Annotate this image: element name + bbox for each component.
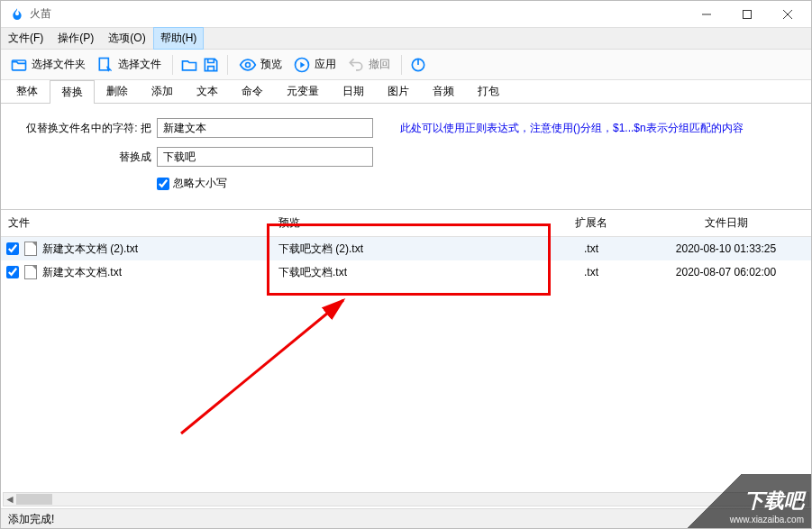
file-ext: .txt: [542, 266, 641, 278]
folder-icon: [10, 56, 28, 74]
svg-point-6: [246, 62, 251, 67]
file-preview: 下载吧文档.txt: [271, 265, 542, 280]
replace-from-label: 仅替换文件名中的字符: 把: [12, 121, 151, 136]
title-bar: 火苗: [1, 1, 811, 28]
tab-package[interactable]: 打包: [466, 79, 511, 103]
table-body: 新建文本文档 (2).txt 下载吧文档 (2).txt .txt 2020-0…: [1, 237, 811, 284]
file-icon: [24, 265, 37, 279]
menu-help[interactable]: 帮助(H): [153, 27, 205, 50]
app-icon: [10, 7, 24, 22]
tab-whole[interactable]: 整体: [5, 79, 50, 103]
file-preview: 下载吧文档 (2).txt: [271, 242, 542, 257]
tab-command[interactable]: 命令: [230, 79, 275, 103]
apply-button[interactable]: 应用: [289, 54, 340, 76]
tab-audio[interactable]: 音频: [421, 79, 466, 103]
watermark: 下载吧 www.xiazaiba.com: [658, 474, 811, 528]
tab-add[interactable]: 添加: [140, 79, 185, 103]
undo-icon: [347, 56, 365, 74]
col-preview[interactable]: 预览: [271, 210, 542, 236]
eye-icon: [239, 56, 257, 74]
play-icon: [293, 56, 311, 74]
row-checkbox[interactable]: [6, 266, 19, 278]
open-icon[interactable]: [180, 56, 198, 74]
file-date: 2020-08-07 06:02:00: [641, 266, 811, 278]
regex-hint: 此处可以使用正则表达式，注意使用()分组，$1...$n表示分组匹配的内容: [400, 121, 744, 136]
watermark-brand: 下载吧: [744, 488, 804, 515]
ignore-case-label: 忽略大小写: [173, 176, 227, 191]
preview-button[interactable]: 预览: [235, 54, 286, 76]
toolbar-separator: [401, 55, 402, 75]
file-date: 2020-08-10 01:33:25: [641, 242, 811, 255]
select-file-button[interactable]: 选择文件: [93, 54, 165, 76]
toolbar-separator: [227, 55, 228, 75]
tab-replace[interactable]: 替换: [50, 80, 95, 104]
col-date[interactable]: 文件日期: [641, 210, 811, 236]
table-row[interactable]: 新建文本文档.txt 下载吧文档.txt .txt 2020-08-07 06:…: [1, 260, 811, 284]
undo-button[interactable]: 撤回: [343, 54, 394, 76]
tab-delete[interactable]: 删除: [95, 79, 140, 103]
menu-operate[interactable]: 操作(P): [50, 27, 101, 50]
tab-image[interactable]: 图片: [376, 79, 421, 103]
tab-bar: 整体 替换 删除 添加 文本 命令 元变量 日期 图片 音频 打包: [1, 80, 811, 104]
tab-metavar[interactable]: 元变量: [275, 79, 331, 103]
replace-panel: 仅替换文件名中的字符: 把 此处可以使用正则表达式，注意使用()分组，$1...…: [1, 104, 811, 200]
toolbar-separator: [172, 55, 173, 75]
save-icon[interactable]: [202, 56, 220, 74]
select-file-label: 选择文件: [118, 57, 161, 72]
maximize-button[interactable]: [726, 2, 767, 27]
file-name: 新建文本文档.txt: [42, 265, 122, 280]
menu-options[interactable]: 选项(O): [101, 27, 152, 50]
ignore-case-checkbox[interactable]: [157, 178, 169, 190]
replace-with-label: 替换成: [12, 150, 151, 165]
file-ext: .txt: [542, 242, 641, 255]
svg-rect-1: [743, 10, 751, 18]
window-title: 火苗: [30, 6, 686, 22]
table-row[interactable]: 新建文本文档 (2).txt 下载吧文档 (2).txt .txt 2020-0…: [1, 237, 811, 260]
file-name: 新建文本文档 (2).txt: [42, 242, 138, 257]
replace-with-input[interactable]: [157, 147, 373, 167]
table-header: 文件 预览 扩展名 文件日期: [1, 210, 811, 237]
watermark-url: www.xiazaiba.com: [730, 515, 804, 524]
row-checkbox[interactable]: [6, 242, 19, 255]
svg-line-10: [181, 300, 343, 433]
minimize-button[interactable]: [686, 2, 726, 27]
undo-label: 撤回: [369, 57, 390, 72]
close-button[interactable]: [767, 2, 807, 27]
file-table: 文件 预览 扩展名 文件日期 新建文本文档 (2).txt 下载吧文档 (2).…: [1, 209, 811, 284]
scroll-thumb[interactable]: [16, 494, 52, 505]
apply-label: 应用: [315, 57, 336, 72]
toolbar: 选择文件夹 选择文件 预览 应用 撤回: [1, 50, 811, 80]
file-cursor-icon: [96, 56, 114, 74]
annotation-arrow: [172, 289, 361, 442]
status-text: 添加完成!: [8, 513, 54, 525]
col-file[interactable]: 文件: [1, 210, 271, 236]
scroll-left-icon[interactable]: ◄: [4, 493, 16, 506]
tab-text[interactable]: 文本: [185, 79, 230, 103]
col-ext[interactable]: 扩展名: [542, 210, 641, 236]
menu-file[interactable]: 文件(F): [1, 27, 50, 50]
preview-label: 预览: [260, 57, 282, 72]
power-icon[interactable]: [409, 56, 427, 74]
menu-bar: 文件(F) 操作(P) 选项(O) 帮助(H): [1, 28, 811, 50]
tab-date[interactable]: 日期: [331, 79, 376, 103]
file-icon: [24, 242, 37, 256]
replace-from-input[interactable]: [157, 118, 373, 138]
select-folder-button[interactable]: 选择文件夹: [6, 54, 89, 76]
select-folder-label: 选择文件夹: [32, 57, 86, 72]
